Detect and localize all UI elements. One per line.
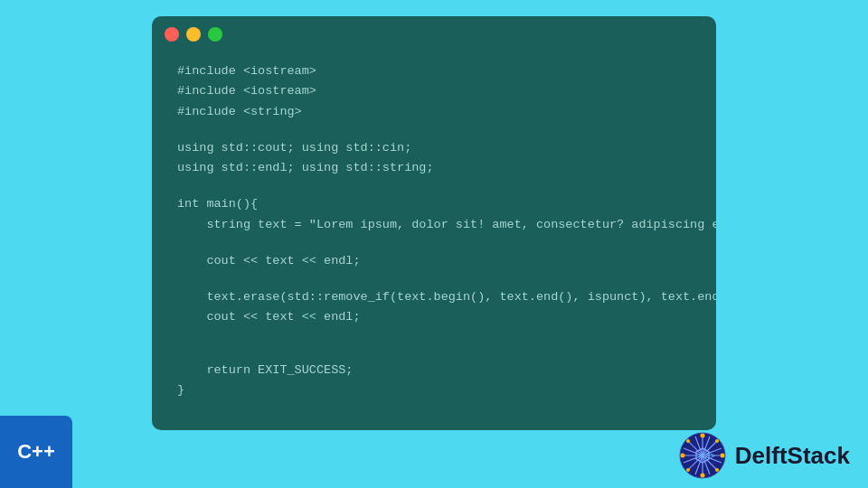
svg-point-9 <box>700 434 704 438</box>
close-button[interactable] <box>165 27 179 42</box>
code-line: cout << text << endl; <box>177 251 691 271</box>
code-line: #include <string> <box>177 102 691 122</box>
code-content: #include <iostream> #include <iostream> … <box>152 52 716 418</box>
title-bar <box>152 16 716 52</box>
code-line: return EXIT_SUCCESS; <box>177 361 691 380</box>
code-line: int main(){ <box>177 194 691 214</box>
svg-point-16 <box>715 468 719 472</box>
code-line: text.erase(std::remove_if(text.begin(), … <box>177 287 691 307</box>
svg-point-10 <box>700 474 704 478</box>
code-line: string text = "Lorem ipsum, dolor sit! a… <box>177 215 691 235</box>
delftstack-logo-icon: </> <box>679 432 726 479</box>
code-window: #include <iostream> #include <iostream> … <box>152 16 716 430</box>
code-line: cout << text << endl; <box>177 307 691 327</box>
delftstack-branding: </> DelftStack <box>679 432 850 479</box>
svg-point-14 <box>715 439 719 443</box>
code-line: } <box>177 380 691 400</box>
svg-point-12 <box>720 454 724 458</box>
minimize-button[interactable] <box>186 27 201 42</box>
cpp-logo-container: C++ <box>0 416 72 488</box>
code-line: using std::endl; using std::string; <box>177 158 691 178</box>
code-line: #include <iostream> <box>177 61 691 81</box>
svg-point-15 <box>686 468 690 472</box>
cpp-logo: C++ <box>17 440 55 464</box>
delftstack-label: DelftStack <box>735 442 850 470</box>
svg-point-13 <box>686 439 690 443</box>
maximize-button[interactable] <box>208 27 222 42</box>
code-line: #include <iostream> <box>177 81 691 101</box>
code-line: using std::cout; using std::cin; <box>177 138 691 158</box>
svg-point-11 <box>680 454 684 458</box>
svg-text:</>: </> <box>699 452 715 462</box>
